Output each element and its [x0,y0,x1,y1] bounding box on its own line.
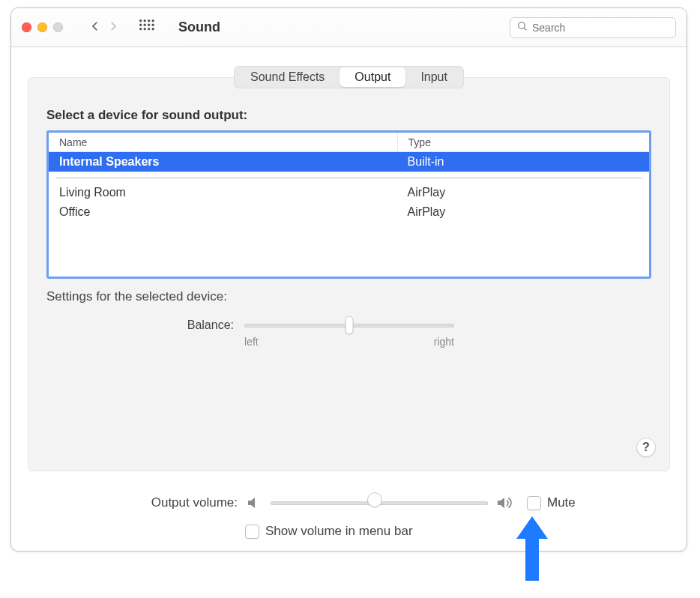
settings-panel: Sound Effects Output Input Select a devi… [28,77,670,471]
forward-button[interactable] [106,19,120,36]
device-type: AirPlay [397,202,649,222]
slider-thumb[interactable] [367,492,382,507]
col-type-header[interactable]: Type [397,133,649,151]
content: Sound Effects Output Input Select a devi… [11,47,687,471]
window-frame: Sound Sound Effects Output Input Select … [10,7,687,552]
device-name: Office [49,202,397,222]
show-all-icon[interactable] [138,18,154,37]
slider-thumb[interactable] [346,316,354,334]
svg-point-6 [148,23,150,25]
balance-label: Balance: [46,318,234,332]
window-title: Sound [178,19,220,35]
svg-point-0 [139,19,142,22]
svg-point-12 [519,22,525,28]
svg-point-10 [148,28,150,30]
toolbar: Sound [11,8,687,47]
svg-point-9 [144,28,146,30]
help-button[interactable]: ? [636,438,656,457]
svg-point-8 [139,28,142,30]
segmented-tabs: Sound Effects Output Input [234,66,464,88]
window-controls [22,22,63,32]
svg-point-11 [152,28,154,30]
tab-output[interactable]: Output [340,67,405,87]
balance-slider-labels: left right [244,336,454,348]
footer: Output volume: Mute Show [11,471,687,539]
svg-marker-14 [516,516,548,581]
output-volume-label: Output volume: [28,495,245,510]
device-name: Living Room [49,183,397,202]
balance-slider[interactable] [244,318,454,333]
svg-point-2 [148,19,150,22]
show-volume-row: Show volume in menu bar [28,524,670,539]
svg-point-5 [144,23,146,25]
svg-point-7 [152,23,154,25]
zoom-window-button[interactable] [53,22,63,32]
tab-sound-effects[interactable]: Sound Effects [235,67,340,87]
minimize-window-button[interactable] [37,22,47,32]
tab-input[interactable]: Input [405,67,462,87]
balance-row: Balance: left right [46,318,651,348]
col-name-header[interactable]: Name [49,133,397,151]
table-row[interactable]: Internal Speakers Built-in [49,152,649,172]
balance-right-label: right [434,336,454,348]
table-header: Name Type [49,133,649,152]
back-button[interactable] [88,19,102,36]
selected-device-heading: Settings for the selected device: [46,289,651,304]
nav-buttons [88,19,120,36]
show-volume-label: Show volume in menu bar [265,524,413,539]
device-table[interactable]: Name Type Internal Speakers Built-in Liv… [46,130,651,279]
balance-left-label: left [244,336,259,348]
device-name: Internal Speakers [49,152,397,172]
search-field[interactable] [510,17,676,38]
output-volume-slider[interactable] [271,495,488,510]
show-volume-checkbox[interactable] [245,525,259,539]
device-type: AirPlay [397,183,649,202]
row-separator [56,178,642,178]
search-icon [516,20,532,35]
table-row[interactable]: Office AirPlay [49,202,649,222]
close-window-button[interactable] [22,22,31,32]
callout-arrow-icon [516,516,548,584]
volume-low-icon [245,494,263,512]
svg-point-4 [139,23,142,25]
device-section-heading: Select a device for sound output: [46,108,651,123]
device-type: Built-in [397,152,649,172]
mute-checkbox[interactable] [527,496,541,510]
output-volume-row: Output volume: Mute [28,494,670,512]
svg-point-3 [152,19,154,22]
mute-label: Mute [547,495,576,510]
search-input[interactable] [532,22,669,34]
svg-line-13 [524,28,526,30]
svg-point-1 [144,19,146,22]
volume-high-icon [495,494,513,512]
table-row[interactable]: Living Room AirPlay [49,183,649,202]
tab-strip: Sound Effects Output Input [28,66,669,88]
